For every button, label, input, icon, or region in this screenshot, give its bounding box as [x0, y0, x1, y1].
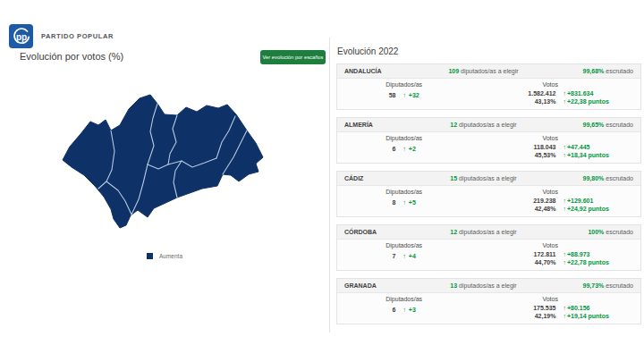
deputies-column: Diputados/as 8 ↑ +5	[343, 189, 465, 212]
votes-percent-delta: ↑+24,92 puntos	[557, 206, 608, 212]
seats-total-value: 12	[450, 122, 457, 128]
legend-label: Aumenta	[159, 253, 182, 259]
seats-suffix: diputados/as a elegir	[459, 175, 517, 181]
province-card-header: ANDALUCÍA 109 diputados/as a elegir 99,6…	[337, 64, 640, 79]
province-card-header: CÓRDOBA 12 diputados/as a elegir 100% es…	[337, 225, 640, 240]
pp-logo-icon: pp	[9, 24, 33, 48]
province-card-header: ALMERÍA 12 diputados/as a elegir 99,65% …	[337, 118, 640, 132]
province-name: CÓRDOBA	[344, 229, 414, 235]
deputies-label: Diputados/as	[343, 242, 465, 248]
votes-percent: 44,70%	[491, 259, 555, 265]
scrutiny-status: 99,73% escrutado	[553, 282, 633, 289]
votes-delta: ↑+80.156	[557, 305, 608, 311]
results-panel: Evolución 2022 ANDALUCÍA 109 diputados/a…	[329, 38, 644, 333]
deputies-value-row: 6 ↑ +3	[343, 307, 465, 313]
deputies-label: Diputados/as	[343, 189, 465, 195]
votes-delta-value: +831.634	[567, 90, 593, 97]
up-arrow-icon: ↑	[563, 259, 566, 265]
votes-column: Votos 175.535 ↑+80.156 42,19% ↑+19,14 pu…	[465, 296, 635, 319]
brand-name: PARTIDO POPULAR	[41, 32, 114, 40]
seats-suffix: diputados/as a elegir	[459, 282, 517, 289]
deputies-value-row: 8 ↑ +5	[343, 199, 465, 206]
seats-to-elect: 109 diputados/as a elegir	[414, 68, 553, 74]
votes-percent: 43,13%	[491, 98, 555, 105]
up-arrow-icon: ↑	[563, 305, 566, 311]
scrutiny-percent: 99,65%	[583, 122, 605, 128]
seats-to-elect: 13 diputados/as a elegir	[414, 282, 553, 289]
deputies-column: Diputados/as 6 ↑ +2	[343, 135, 465, 158]
brand-header: pp PARTIDO POPULAR	[9, 24, 114, 48]
up-arrow-icon: ↑	[563, 144, 566, 150]
votes-grid: 219.238 ↑+129.601 42,48% ↑+24,92 puntos	[465, 198, 635, 212]
votes-percent-delta: ↑+22,78 puntos	[557, 259, 608, 265]
province-card[interactable]: ALMERÍA 12 diputados/as a elegir 99,65% …	[336, 117, 641, 164]
up-arrow-icon: ↑	[402, 199, 406, 206]
province-card-body: Diputados/as 6 ↑ +2 Votos 118.043 ↑+47.4…	[337, 132, 640, 163]
scrutiny-percent: 100%	[588, 229, 604, 235]
votes-column: Votos 1.582.412 ↑+831.634 43,13% ↑+22,38…	[465, 81, 635, 105]
seats-total-value: 109	[448, 68, 459, 74]
seats-suffix: diputados/as a elegir	[459, 229, 517, 235]
app-window: pp PARTIDO POPULAR Evolución por votos (…	[0, 0, 644, 362]
up-arrow-icon: ↑	[563, 90, 566, 97]
deputies-delta: +4	[409, 253, 416, 259]
votes-column: Votos 118.043 ↑+47.445 45,53% ↑+18,34 pu…	[465, 135, 635, 158]
votes-column: Votos 219.238 ↑+129.601 42,48% ↑+24,92 p…	[465, 189, 635, 212]
province-card[interactable]: CÓRDOBA 12 diputados/as a elegir 100% es…	[336, 224, 641, 271]
votes-percent-delta-value: +19,14 puntos	[567, 313, 609, 319]
province-card[interactable]: ANDALUCÍA 109 diputados/as a elegir 99,6…	[336, 63, 641, 110]
scrutiny-suffix: escrutado	[606, 175, 633, 181]
votes-percent: 42,19%	[491, 313, 555, 319]
up-arrow-icon: ↑	[563, 152, 566, 158]
province-card-body: Diputados/as 6 ↑ +3 Votos 175.535 ↑+80.1…	[337, 293, 640, 324]
votes-percent: 42,48%	[491, 206, 555, 212]
votes-value: 219.238	[491, 198, 555, 204]
deputies-column: Diputados/as 6 ↑ +3	[343, 296, 465, 319]
votes-column: Votos 172.811 ↑+88.973 44,70% ↑+22,78 pu…	[465, 242, 635, 265]
scrutiny-percent: 99,68%	[583, 68, 605, 74]
province-card[interactable]: CÁDIZ 15 diputados/as a elegir 99,80% es…	[336, 171, 641, 217]
votes-label: Votos	[465, 81, 635, 88]
votes-grid: 175.535 ↑+80.156 42,19% ↑+19,14 puntos	[465, 305, 635, 319]
deputies-value: 6	[393, 146, 396, 152]
votes-percent-delta-value: +22,38 puntos	[567, 98, 609, 105]
deputies-column: Diputados/as 58 ↑ +32	[343, 81, 465, 105]
page-title: Evolución por votos (%)	[20, 51, 123, 62]
up-arrow-icon: ↑	[402, 146, 406, 152]
province-card-header: CÁDIZ 15 diputados/as a elegir 99,80% es…	[337, 172, 640, 186]
votes-percent-delta: ↑+22,38 puntos	[557, 98, 608, 105]
andalucia-region-shape	[63, 95, 263, 228]
seats-to-elect: 12 diputados/as a elegir	[414, 122, 553, 128]
province-card[interactable]: GRANADA 13 diputados/as a elegir 99,73% …	[336, 278, 641, 324]
up-arrow-icon: ↑	[563, 206, 566, 212]
deputies-label: Diputados/as	[343, 81, 465, 88]
up-arrow-icon: ↑	[402, 307, 406, 313]
votes-percent-delta-value: +24,92 puntos	[567, 206, 609, 212]
province-card-list: ANDALUCÍA 109 diputados/as a elegir 99,6…	[336, 63, 640, 324]
votes-delta: ↑+88.973	[557, 251, 608, 257]
view-by-seats-button[interactable]: Ver evolución por escaños	[260, 50, 326, 64]
up-arrow-icon: ↑	[402, 92, 406, 98]
votes-value: 118.043	[491, 144, 555, 150]
scrutiny-status: 99,65% escrutado	[553, 122, 633, 128]
votes-value: 175.535	[491, 305, 555, 311]
deputies-label: Diputados/as	[343, 296, 465, 302]
panel-title: Evolución 2022	[336, 46, 640, 56]
votes-percent-delta-value: +18,34 puntos	[567, 152, 609, 158]
votes-grid: 1.582.412 ↑+831.634 43,13% ↑+22,38 punto…	[465, 90, 635, 105]
scrutiny-percent: 99,80%	[583, 175, 605, 181]
province-name: ALMERÍA	[344, 122, 414, 128]
map-legend: Aumenta	[0, 253, 329, 259]
scrutiny-suffix: escrutado	[606, 229, 633, 235]
votes-delta: ↑+831.634	[557, 90, 608, 97]
seats-total-value: 15	[450, 175, 457, 181]
deputies-value-row: 58 ↑ +32	[343, 92, 465, 98]
up-arrow-icon: ↑	[563, 251, 566, 257]
deputies-value: 6	[393, 307, 396, 313]
seats-to-elect: 12 diputados/as a elegir	[414, 229, 553, 235]
seats-suffix: diputados/as a elegir	[459, 122, 517, 128]
andalucia-map[interactable]	[50, 75, 288, 240]
votes-label: Votos	[465, 242, 635, 248]
votes-percent: 45,53%	[491, 152, 555, 158]
up-arrow-icon: ↑	[563, 313, 566, 319]
